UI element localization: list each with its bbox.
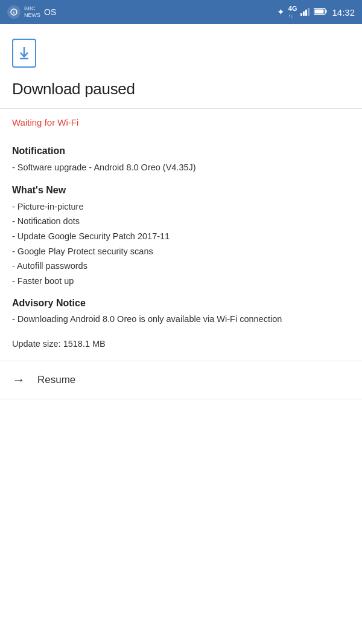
status-bar-left: i BBCNEWS OS [7,5,56,19]
svg-rect-7 [326,10,327,13]
status-time: 14:32 [332,7,355,18]
advisory-title: Advisory Notice [12,298,350,309]
list-item: - Notification dots [12,214,350,229]
battery-icon [314,8,327,17]
whats-new-items: - Picture-in-picture- Notification dots-… [12,199,350,289]
app-icon: i [7,5,21,19]
notification-title: Notification [12,146,350,156]
svg-text:i: i [13,10,14,14]
list-item: - Google Play Protect security scans [12,244,350,259]
signal-icon [300,7,310,18]
wifi-status: Waiting for Wi-Fi [12,109,350,136]
resume-button[interactable]: Resume [37,374,75,386]
update-size: Update size: 1518.1 MB [12,339,350,349]
os-label: OS [44,7,56,17]
svg-rect-8 [315,9,324,13]
bluetooth-icon: ✦ [277,7,285,18]
arrow-icon: → [12,372,25,388]
whats-new-title: What's New [12,185,350,196]
4g-icon: 4G↑↓ [288,5,297,19]
bottom-divider2 [0,399,362,399]
list-item: - Faster boot up [12,274,350,289]
bbc-label: BBCNEWS [24,5,40,19]
main-content: Download paused Waiting for Wi-Fi Notifi… [0,24,362,399]
svg-rect-3 [303,11,305,16]
download-title: Download paused [12,80,350,98]
notification-item: - Software upgrade - Android 8.0 Oreo (V… [12,160,350,175]
notification-section: Notification - Software upgrade - Androi… [12,146,350,175]
whats-new-section: What's New - Picture-in-picture- Notific… [12,185,350,289]
advisory-section: Advisory Notice - Downloading Android 8.… [12,298,350,326]
svg-rect-5 [308,8,310,16]
status-bar: i BBCNEWS OS ✦ 4G↑↓ 14:32 [0,0,362,24]
svg-rect-4 [305,10,307,16]
advisory-text: - Downloading Android 8.0 Oreo is only a… [12,312,350,326]
status-bar-right: ✦ 4G↑↓ 14:32 [277,5,355,19]
download-icon-wrapper [12,39,39,70]
list-item: - Update Google Security Patch 2017-11 [12,229,350,244]
list-item: - Picture-in-picture [12,199,350,214]
list-item: - Autofill passwords [12,259,350,274]
svg-rect-2 [300,13,302,16]
download-pause-icon [12,39,36,68]
resume-row[interactable]: → Resume [12,361,350,399]
